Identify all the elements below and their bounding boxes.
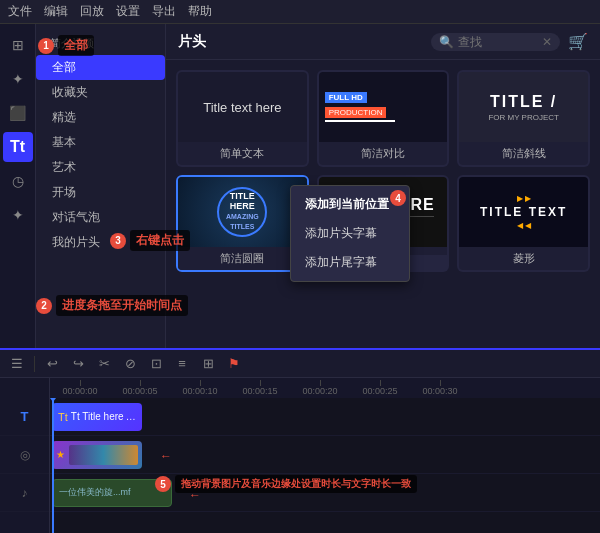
menu-help[interactable]: 帮助 [188,3,212,20]
context-menu-item-add-tail[interactable]: 添加片尾字幕 [291,248,409,277]
template-thumb-2: FULL HD PRODUCTION [319,72,448,142]
title-arrows-bottom: ◀ ◀ [517,221,531,230]
text-clip[interactable]: Tt Tt Title here An... [52,403,142,431]
template-thumb-1: Title text here [178,72,307,142]
search-bar[interactable]: 🔍 ✕ [431,33,560,51]
hd-badge: FULL HD [325,92,367,103]
track-label-video: ◎ [0,436,49,474]
ruler-mark-4: 00:00:20 [290,380,350,396]
template-thumb-4: TITLE HEREAMAZING TITLES [178,177,307,247]
ruler-mark-0: 00:00:00 [50,380,110,396]
track-row-audio[interactable]: 一位伟美的旋...mf ← [50,474,600,512]
slash-title-text: TITLE / [488,93,559,111]
text-clip-icon: Tt [58,411,68,423]
template-thumb-3: TITLE / FOR MY PROJECT [459,72,588,142]
timeline-list-icon[interactable]: ☰ [6,353,28,375]
menu-settings[interactable]: 设置 [116,3,140,20]
menu-export[interactable]: 导出 [152,3,176,20]
template-preview-text-1: Title text here [203,100,281,115]
slash-title-inner: TITLE / FOR MY PROJECT [488,93,559,122]
clip-star-icon: ★ [56,449,65,460]
video-track-icon: ◎ [20,448,30,462]
playhead[interactable] [52,398,54,533]
redo-button[interactable]: ↪ [67,353,89,375]
menu-edit[interactable]: 编辑 [44,3,68,20]
timeline-ruler: 00:00:00 00:00:05 00:00:10 00:00:15 00:0… [0,378,600,398]
ruler-mark-5: 00:00:25 [350,380,410,396]
template-title-text[interactable]: ▶ ▶ TITLE TEXT ◀ ◀ 菱形 [457,175,590,272]
timeline-toolbar: ☰ ↩ ↪ ✂ ⊘ ⊡ ≡ ⊞ ⚑ [0,350,600,378]
track-label-text: T [0,398,49,436]
text-track-icon: T [21,409,29,424]
menubar: 文件 编辑 回放 设置 导出 帮助 [0,0,600,24]
content-title: 片头 [178,33,206,51]
template-simple-text[interactable]: Title text here 简单文本 [176,70,309,167]
production-badge: PRODUCTION [325,107,387,118]
sidebar-item-basic[interactable]: 基本 [36,130,165,155]
template-label-1: 简单文本 [178,142,307,165]
ruler-mark-1: 00:00:05 [110,380,170,396]
circle-title-text: TITLE HEREAMAZING TITLES [219,192,265,232]
template-thumb-6: ▶ ▶ TITLE TEXT ◀ ◀ [459,177,588,247]
sidebar-dot [40,41,46,47]
menu-file[interactable]: 文件 [8,3,32,20]
list-button[interactable]: ≡ [171,353,193,375]
toolbar-divider [34,356,35,372]
audio-clip-label: 一位伟美的旋...mf [59,486,131,499]
nav-transition-icon[interactable]: ⬛ [3,98,33,128]
timeline-area: ☰ ↩ ↪ ✂ ⊘ ⊡ ≡ ⊞ ⚑ 00:00:00 00:00:05 00:0… [0,348,600,533]
merge-button[interactable]: ⊞ [197,353,219,375]
video-clip[interactable]: ★ ← [52,441,142,469]
nav-media-icon[interactable]: ⊞ [3,30,33,60]
audio-clip[interactable]: 一位伟美的旋...mf ← [52,479,172,507]
template-circle[interactable]: TITLE HEREAMAZING TITLES 简洁圆圈 [176,175,309,272]
sidebar-item-art[interactable]: 艺术 [36,155,165,180]
template-label-6: 菱形 [459,247,588,270]
nav-effects-icon[interactable]: ✦ [3,64,33,94]
ruler-spacer [0,378,50,398]
track-row-text[interactable]: Tt Tt Title here An... [50,398,600,436]
context-menu: 添加到当前位置 添加片头字幕 添加片尾字幕 [290,185,410,282]
sidebar-item-bubble[interactable]: 对话气泡 [36,205,165,230]
search-icon: 🔍 [439,35,454,49]
template-label-3: 简洁斜线 [459,142,588,165]
sidebar-item-my[interactable]: 我的片头 [36,230,165,255]
text-clip-label: Tt Title here An... [71,411,136,422]
clear-search-icon[interactable]: ✕ [542,35,552,49]
content-header: 片头 🔍 ✕ 🛒 [166,24,600,60]
sidebar-item-favorites[interactable]: 收藏夹 [36,80,165,105]
sidebar-section-title: 简介视频 [36,32,165,55]
template-slash-title[interactable]: TITLE / FOR MY PROJECT 简洁斜线 [457,70,590,167]
nav-tools-icon[interactable]: ✦ [3,200,33,230]
audio-track-icon: ♪ [22,486,28,500]
sidebar-item-featured[interactable]: 精选 [36,105,165,130]
circle-decoration: TITLE HEREAMAZING TITLES [217,187,267,237]
sidebar-item-opening[interactable]: 开场 [36,180,165,205]
flag-button[interactable]: ⚑ [223,353,245,375]
template-hd-contrast[interactable]: FULL HD PRODUCTION 简洁对比 [317,70,450,167]
ruler-mark-3: 00:00:15 [230,380,290,396]
cart-icon[interactable]: 🛒 [568,32,588,51]
cut-button[interactable]: ✂ [93,353,115,375]
title-text-preview: TITLE TEXT [480,205,567,219]
context-menu-item-add-current[interactable]: 添加到当前位置 [291,190,409,219]
drag-indicator-arrow: ← [160,449,172,463]
nav-filter-icon[interactable]: ◷ [3,166,33,196]
undo-button[interactable]: ↩ [41,353,63,375]
title-arrows: ▶ ▶ [517,194,531,203]
track-row-video[interactable]: ★ ← [50,436,600,474]
contrast-bar [325,120,395,122]
slash-title-sub: FOR MY PROJECT [488,113,559,122]
ruler-mark-2: 00:00:10 [170,380,230,396]
context-menu-item-add-head[interactable]: 添加片头字幕 [291,219,409,248]
crop-button[interactable]: ⊡ [145,353,167,375]
scissors-button[interactable]: ⊘ [119,353,141,375]
search-input[interactable] [458,35,538,49]
drag-indicator-arrow-audio: ← [189,488,201,502]
timeline-tracks: T ◎ ♪ Tt Tt Title here An... [0,398,600,533]
sidebar-item-all[interactable]: 全部 [36,55,165,80]
template-inner-2: FULL HD PRODUCTION [319,86,448,128]
video-clip-preview [69,445,138,465]
nav-title-icon[interactable]: Tt [3,132,33,162]
menu-playback[interactable]: 回放 [80,3,104,20]
